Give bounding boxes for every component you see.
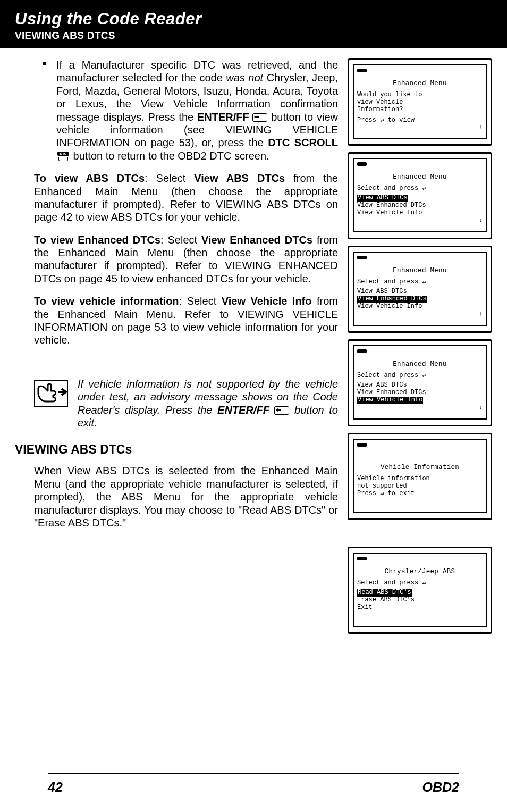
text: : Select (179, 295, 222, 307)
footer-rule (48, 773, 459, 774)
lcd-line: Select and press ↵ (357, 279, 483, 286)
lcd-line: View ABS DTCs (357, 288, 483, 296)
down-arrow-icon: ↓ (479, 311, 483, 317)
option: View Enhanced DTCs (201, 234, 312, 246)
section-heading: VIEWING ABS DTCs (15, 442, 338, 457)
enter-icon (274, 406, 289, 415)
down-arrow-icon: ↓ (479, 123, 483, 130)
paragraph-vehicle-info: To view vehicle information: Select View… (15, 295, 338, 347)
device-screen-4: Enhanced Menu Select and press ↵ View AB… (348, 339, 492, 426)
lead: To view vehicle information (34, 295, 179, 307)
enter-icon (252, 113, 267, 122)
text: : Select (160, 234, 201, 246)
lcd-title: Chrysler/Jeep ABS (357, 568, 483, 575)
device-screen-6: Chrysler/Jeep ABS Select and press ↵ Rea… (348, 547, 492, 634)
lcd-line: View Enhanced DTCs (357, 296, 483, 303)
device-screen-2: Enhanced Menu Select and press ↵ View AB… (348, 152, 492, 239)
lcd-highlight: View ABS DTCs (357, 195, 408, 202)
paragraph-enhanced: To view Enhanced DTCs: Select View Enhan… (15, 233, 338, 286)
link-icon (357, 69, 367, 72)
lcd-line: Select and press ↵ (357, 580, 483, 587)
enter-ff-label: ENTER/FF (217, 404, 269, 416)
lcd: Enhanced Menu Select and press ↵ View AB… (353, 252, 487, 326)
lcd-line: View Enhanced DTCs (357, 389, 483, 397)
lcd-highlight: View Enhanced DTCs (357, 296, 427, 303)
lcd-line: Exit (357, 604, 483, 612)
lcd-line: Select and press ↵ (357, 185, 483, 192)
lcd-line: Read ABS DTC's (357, 589, 483, 597)
lcd-line: Would you like to (357, 91, 483, 99)
lcd-line: Vehicle information (357, 475, 483, 483)
lcd-line: Press ↵ to exit (357, 490, 483, 498)
lcd: Enhanced Menu Select and press ↵ View AB… (353, 345, 487, 420)
enter-ff-label: ENTER/FF (197, 111, 249, 123)
footer-brand: OBD2 (422, 780, 459, 795)
page-footer: 42 OBD2 (48, 780, 459, 795)
lcd-line: not supported (357, 483, 483, 490)
page-header: Using the Code Reader VIEWING ABS DTCS (0, 0, 507, 48)
down-arrow-icon: ↓ (479, 404, 483, 411)
link-icon (357, 256, 367, 259)
dtc-scroll-label: DTC SCROLL (268, 137, 338, 148)
lcd-highlight: Read ABS DTC's (357, 589, 412, 597)
lcd-line: View Enhanced DTCs (357, 202, 483, 210)
text: button to return to the OBD2 DTC screen. (70, 150, 269, 162)
lcd-line: view Vehicle (357, 99, 483, 106)
left-column: If a Manufacturer specific DTC was retri… (15, 58, 338, 634)
link-icon (357, 162, 367, 166)
lcd-title: Enhanced Menu (357, 267, 483, 274)
paragraph-abs-menu: When View ABS DTCs is selected from the … (15, 464, 338, 529)
content-area: If a Manufacturer specific DTC was retri… (0, 48, 507, 634)
lcd-line: Press ↵ to view (357, 117, 483, 124)
lcd-line: View Vehicle Info (357, 397, 483, 404)
lcd: Enhanced Menu Would you like to view Veh… (353, 64, 487, 139)
note-text: If vehicle information is not supported … (78, 378, 338, 430)
link-icon (357, 349, 367, 353)
paragraph-abs: To view ABS DTCs: Select View ABS DTCs f… (15, 172, 338, 224)
down-arrow-icon: ↓ (479, 217, 483, 224)
pointing-hand-icon (34, 380, 68, 407)
italic-text: was not (226, 72, 263, 83)
lcd: Vehicle Information Vehicle information … (353, 439, 487, 513)
text: : Select (145, 172, 194, 184)
lcd-line: Information? (357, 106, 483, 114)
header-subtitle: VIEWING ABS DTCS (15, 30, 492, 41)
link-icon (357, 443, 367, 447)
option: View Vehicle Info (222, 295, 312, 307)
lcd: Enhanced Menu Select and press ↵ View AB… (353, 158, 487, 232)
page-number: 42 (48, 780, 63, 795)
dtc-scroll-icon: DTC (56, 152, 70, 161)
lead: To view Enhanced DTCs (34, 234, 160, 246)
note-block: If vehicle information is not supported … (15, 378, 338, 430)
header-title: Using the Code Reader (15, 10, 492, 29)
right-column: Enhanced Menu Would you like to view Veh… (348, 58, 492, 634)
lcd-line: View ABS DTCs (357, 195, 483, 202)
device-screen-3: Enhanced Menu Select and press ↵ View AB… (348, 246, 492, 333)
lcd-title: Enhanced Menu (357, 361, 483, 368)
device-screen-1: Enhanced Menu Would you like to view Veh… (348, 58, 492, 146)
device-screen-5: Vehicle Information Vehicle information … (348, 433, 492, 520)
lcd-line: View ABS DTCs (357, 382, 483, 389)
lcd-line: View Vehicle Info (357, 210, 483, 217)
lcd-highlight: View Vehicle Info (357, 397, 423, 404)
lead: To view ABS DTCs (34, 172, 145, 184)
link-icon (357, 557, 367, 560)
bullet-paragraph: If a Manufacturer specific DTC was retri… (15, 58, 338, 162)
lcd-title: Vehicle Information (357, 464, 483, 471)
lcd-title: Enhanced Menu (357, 173, 483, 181)
lcd-line: Select and press ↵ (357, 372, 483, 380)
lcd-line: Erase ABS DTC's (357, 597, 483, 604)
option: View ABS DTCs (194, 172, 285, 184)
lcd-title: Enhanced Menu (357, 80, 483, 87)
lcd: Chrysler/Jeep ABS Select and press ↵ Rea… (353, 553, 487, 627)
lcd-line: View Vehicle Info (357, 303, 483, 311)
